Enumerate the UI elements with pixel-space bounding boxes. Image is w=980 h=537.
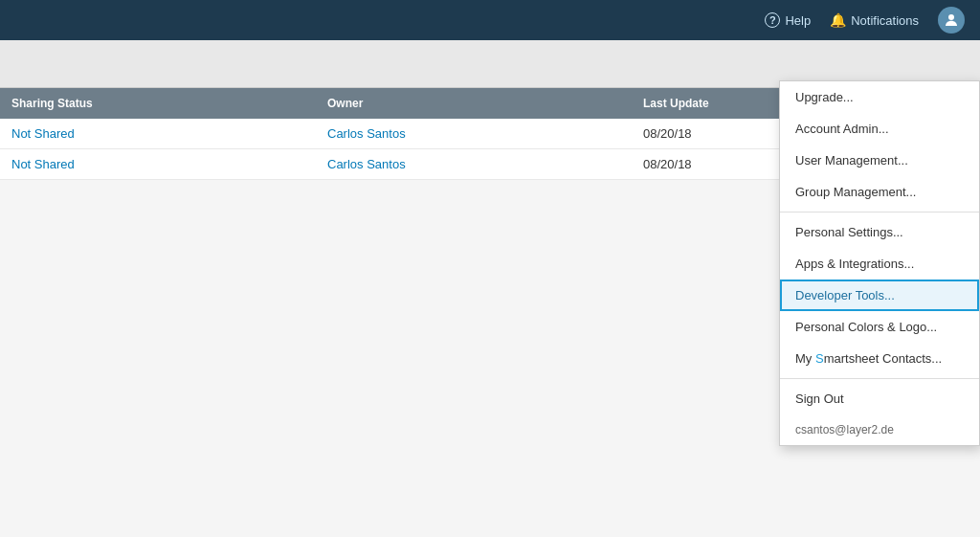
help-icon: ? [765, 12, 780, 28]
avatar[interactable] [938, 7, 965, 34]
col-header-sharing: Sharing Status [0, 88, 316, 119]
smartsheet-highlight: S [815, 351, 824, 366]
menu-item-apps-integrations[interactable]: Apps & Integrations... [780, 248, 979, 280]
cell-sharing-1: Not Shared [0, 119, 316, 148]
bell-icon: 🔔 [830, 12, 846, 28]
menu-item-account-admin[interactable]: Account Admin... [780, 113, 979, 145]
col-header-owner: Owner [316, 88, 632, 119]
notifications-label: Notifications [851, 13, 919, 28]
menu-item-sign-out[interactable]: Sign Out [780, 383, 979, 414]
menu-divider-2 [780, 378, 979, 379]
menu-item-personal-settings[interactable]: Personal Settings... [780, 216, 979, 248]
cell-update-1: 08/20/18 [632, 119, 785, 148]
user-dropdown-menu: Upgrade... Account Admin... User Managem… [779, 80, 980, 446]
svg-point-0 [948, 14, 954, 20]
menu-item-developer-tools[interactable]: Developer Tools... [780, 280, 979, 311]
main-content: Sharing Status Owner Last Update Not Sha… [0, 40, 980, 537]
col-header-last-update: Last Update [632, 88, 785, 119]
menu-divider-1 [780, 212, 979, 213]
top-nav: ? Help 🔔 Notifications [0, 0, 980, 40]
menu-item-upgrade[interactable]: Upgrade... [780, 81, 979, 113]
user-icon [943, 11, 960, 29]
menu-item-group-management[interactable]: Group Management... [780, 176, 979, 208]
user-email: csantos@layer2.de [780, 414, 979, 445]
menu-item-user-management[interactable]: User Management... [780, 145, 979, 176]
cell-sharing-2: Not Shared [0, 149, 316, 179]
cell-owner-2: Carlos Santos [316, 149, 632, 179]
help-nav-item[interactable]: ? Help [765, 12, 811, 28]
cell-owner-1: Carlos Santos [316, 119, 632, 148]
cell-update-2: 08/20/18 [632, 149, 785, 179]
menu-item-contacts[interactable]: My Smartsheet Contacts... [780, 343, 979, 374]
notifications-nav-item[interactable]: 🔔 Notifications [830, 12, 919, 28]
help-label: Help [785, 13, 811, 28]
menu-item-personal-colors[interactable]: Personal Colors & Logo... [780, 311, 979, 343]
